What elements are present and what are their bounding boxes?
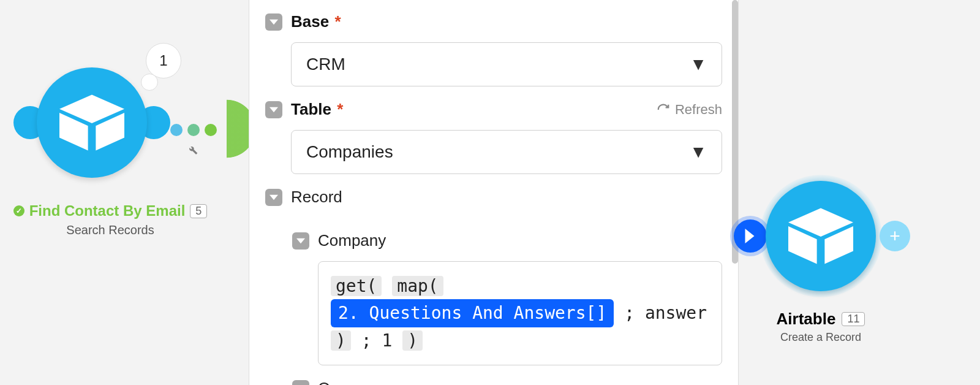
field-company: Company get( map( 2. Questions And Answe… [292,231,722,365]
field-base: Base * CRM ▼ [265,12,722,86]
chevron-down-icon [296,237,305,245]
collapse-toggle[interactable] [265,13,282,31]
record-label: Record [291,188,722,207]
field-owner: Owner [292,379,722,385]
chevron-down-icon [270,18,278,26]
svg-marker-5 [270,195,278,200]
expr-text: ; [624,303,635,323]
expr-text: 1 [382,330,392,351]
fn-get: get( [331,276,382,296]
caret-down-icon: ▼ [690,142,707,162]
connection-dots [170,124,217,136]
svg-marker-4 [270,107,278,112]
module-label: Airtable 11 Create a Record [753,310,888,344]
expr-text: ; [361,330,372,351]
caret-down-icon: ▼ [690,55,707,74]
company-label: Company [318,231,722,250]
module-step-badge: 11 [842,312,865,326]
company-expression-input[interactable]: get( map( 2. Questions And Answers[] ; a… [318,261,722,365]
box-icon [788,208,853,264]
run-count: 1 [159,52,167,69]
svg-marker-3 [270,20,278,25]
module-subtitle: Search Records [0,223,221,237]
config-panel: Base * CRM ▼ Table * Refresh [249,0,739,385]
module-title: Airtable [777,310,836,329]
refresh-icon [657,103,670,116]
collapse-toggle[interactable] [292,380,309,385]
base-dropdown[interactable]: CRM ▼ [291,42,722,86]
data-pill[interactable]: 2. Questions And Answers[] [331,299,614,327]
module-label: ✓ Find Contact By Email 5 Search Records [0,202,221,237]
collapse-toggle[interactable] [265,189,282,206]
expr-text: an [645,303,666,323]
check-icon: ✓ [13,205,24,216]
box-icon [59,94,124,151]
svg-marker-8 [745,229,755,243]
airtable-node-circle[interactable] [766,181,876,291]
table-dropdown[interactable]: Companies ▼ [291,130,722,174]
module-subtitle: Create a Record [753,331,888,344]
fn-map: map( [392,276,443,296]
chevron-right-icon [745,229,755,246]
module-step-badge: 5 [190,204,207,218]
table-label: Table * [291,100,343,119]
add-module-button[interactable]: + [880,221,910,251]
field-record: Record [265,188,722,218]
chevron-down-icon [270,105,278,114]
collapse-toggle[interactable] [292,232,309,250]
owner-label: Owner [318,379,722,385]
run-bubble-small [141,74,158,91]
plus-icon: + [889,226,900,246]
chevron-down-icon [270,193,278,202]
table-value: Companies [306,142,393,162]
refresh-button[interactable]: Refresh [657,102,722,118]
svg-marker-6 [296,238,305,243]
scrollbar[interactable] [732,0,738,264]
module-title: Find Contact By Email [29,202,186,219]
fn-close: ) [402,330,423,351]
fn-close: ) [331,330,351,351]
base-value: CRM [306,55,345,74]
field-table: Table * Refresh Companies ▼ [265,100,722,174]
expr-text: swer [666,303,707,323]
collapse-toggle[interactable] [265,101,282,118]
refresh-label: Refresh [675,102,722,118]
airtable-node-circle[interactable] [37,67,147,178]
base-label: Base * [291,12,722,31]
wrench-icon[interactable] [186,143,198,158]
